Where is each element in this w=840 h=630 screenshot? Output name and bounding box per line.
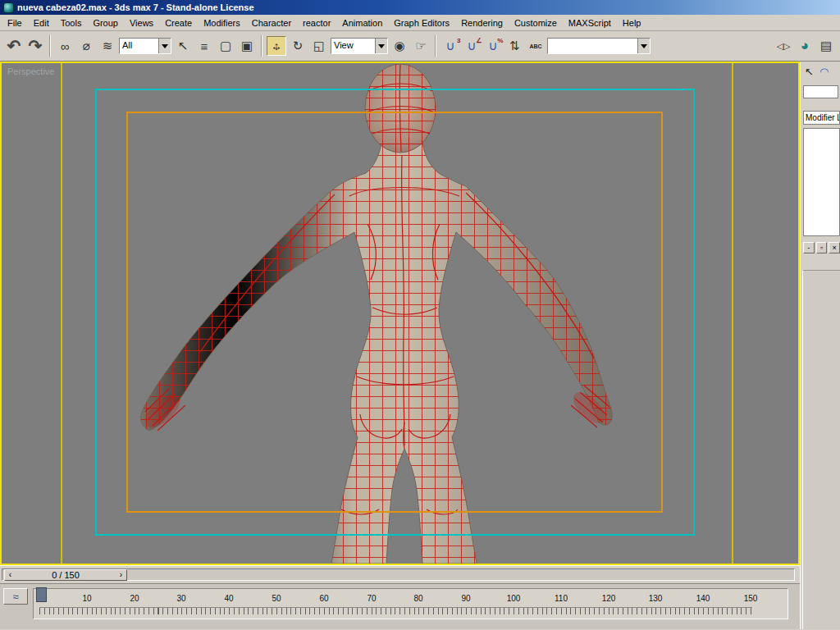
mirror-button[interactable]: ◁▷: [774, 36, 793, 56]
show-end-result-button[interactable]: ▫: [816, 242, 828, 253]
title-bar[interactable]: nueva cabeza02.max - 3ds max 7 - Stand-a…: [0, 0, 840, 15]
dropdown-arrow-icon[interactable]: [375, 39, 387, 53]
current-frame-marker[interactable]: [36, 587, 47, 602]
menu-maxscript[interactable]: MAXScript: [563, 16, 617, 30]
select-arrow-icon: ↖: [178, 39, 189, 53]
angle-snap-icon: ∪∠: [468, 39, 477, 53]
edit-named-selections-button[interactable]: ABC: [526, 36, 546, 56]
menu-graph-editors[interactable]: Graph Editors: [388, 16, 455, 30]
unlink-selection-button[interactable]: ⌀: [76, 36, 96, 56]
dropdown-arrow-icon[interactable]: [158, 39, 171, 53]
select-and-move-button[interactable]: ↔ ↕: [267, 36, 286, 56]
tick-label: 70: [367, 594, 376, 603]
menu-customize[interactable]: Customize: [509, 16, 563, 30]
viewport-label[interactable]: Perspective: [7, 66, 54, 76]
menu-views[interactable]: Views: [124, 16, 159, 30]
unlink-icon: ⌀: [82, 39, 89, 53]
snap-toggle-button[interactable]: ∪3: [441, 36, 460, 56]
select-and-manipulate-button[interactable]: ☞: [411, 36, 431, 56]
create-tab[interactable]: ↖: [805, 64, 814, 80]
spinner-snap-button[interactable]: ⇅: [504, 36, 524, 56]
coordinate-system-value: View: [331, 39, 375, 53]
material-editor-button[interactable]: ◕: [795, 36, 815, 56]
modifier-list-dropdown[interactable]: Modifier L: [803, 111, 840, 125]
tick-label: 150: [744, 594, 758, 603]
tick-label: 50: [272, 594, 281, 603]
create-tab-icon: ↖: [805, 66, 814, 78]
tick-label: 30: [176, 594, 185, 603]
spinner-snap-icon: ⇅: [509, 39, 520, 53]
menu-tools[interactable]: Tools: [55, 16, 88, 30]
perspective-viewport[interactable]: Perspective: [0, 62, 800, 565]
menu-file[interactable]: File: [2, 16, 28, 30]
remove-modifier-button[interactable]: ×: [829, 242, 840, 253]
named-selection-value: [548, 39, 637, 53]
pin-stack-button[interactable]: -: [803, 242, 815, 253]
menu-create[interactable]: Create: [159, 16, 198, 30]
tick-label: 80: [413, 594, 422, 603]
modifier-stack-list[interactable]: [803, 128, 840, 236]
menu-group[interactable]: Group: [87, 16, 124, 30]
menu-character[interactable]: Character: [246, 16, 297, 30]
window-crossing-button[interactable]: ▣: [237, 36, 257, 56]
time-slider-handle[interactable]: ‹ 0 / 150 ›: [4, 569, 127, 581]
percent-snap-button[interactable]: ∪%: [483, 36, 503, 56]
redo-button[interactable]: ↷: [25, 36, 45, 56]
select-by-name-button[interactable]: ≡: [194, 36, 214, 56]
tick-label: 120: [602, 594, 616, 603]
track-bar-ruler: [33, 588, 788, 619]
undo-button[interactable]: ↶: [4, 36, 24, 56]
menu-edit[interactable]: Edit: [28, 16, 55, 30]
object-name-field[interactable]: [803, 85, 838, 98]
menu-reactor[interactable]: reactor: [297, 16, 336, 30]
modify-tab[interactable]: ◠: [819, 64, 829, 80]
command-panel-tabs: ↖ ◠: [801, 62, 840, 80]
previous-frame-arrow[interactable]: ‹: [5, 570, 16, 580]
tick-label: 60: [319, 594, 328, 603]
undo-icon: ↶: [7, 36, 21, 56]
snap-3d-icon: ∪3: [446, 39, 455, 53]
mini-curve-editor-button[interactable]: ≈: [3, 588, 28, 605]
manipulate-icon: ☞: [415, 39, 426, 53]
dropdown-arrow-icon[interactable]: [637, 39, 650, 53]
main-toolbar: ↶ ↷ ∞ ⌀ ≋ All ↖ ≡ ▢ ▣ ↔ ↕ ↻ ◱ View ◉ ☞ ∪: [0, 31, 840, 62]
remove-modifier-icon: ×: [833, 244, 837, 252]
named-selection-sets-dropdown[interactable]: [547, 38, 651, 54]
next-frame-arrow[interactable]: ›: [116, 570, 126, 580]
menu-animation[interactable]: Animation: [336, 16, 388, 30]
space-warp-icon: ≋: [103, 39, 113, 53]
time-slider-track[interactable]: ‹ 0 / 150 ›: [2, 568, 795, 581]
scale-icon: ◱: [313, 39, 325, 53]
render-scene-icon: ▤: [820, 39, 832, 53]
app-icon[interactable]: [3, 2, 14, 13]
angle-snap-button[interactable]: ∪∠: [462, 36, 482, 56]
tick-label: 110: [555, 594, 568, 603]
select-and-link-button[interactable]: ∞: [55, 36, 75, 56]
pin-stack-icon: -: [807, 244, 810, 252]
render-scene-button[interactable]: ▤: [816, 36, 836, 56]
menu-rendering[interactable]: Rendering: [455, 16, 509, 30]
pivot-point-icon: ◉: [394, 39, 404, 53]
menu-modifiers[interactable]: Modifiers: [198, 16, 246, 30]
percent-snap-icon: ∪%: [489, 39, 498, 53]
menu-help[interactable]: Help: [617, 16, 647, 30]
redo-icon: ↷: [29, 36, 43, 56]
tick-label: 40: [224, 594, 233, 603]
rectangular-selection-button[interactable]: ▢: [216, 36, 235, 56]
toolbar-separator: [435, 35, 436, 57]
named-selections-icon: ABC: [529, 43, 541, 49]
bind-to-space-warp-button[interactable]: ≋: [98, 36, 117, 56]
safe-frame-title-safe: [126, 112, 663, 513]
use-pivot-point-button[interactable]: ◉: [390, 36, 409, 56]
frame-indicator: 0 / 150: [16, 570, 116, 580]
selection-filter-dropdown[interactable]: All: [119, 38, 171, 54]
select-object-button[interactable]: ↖: [173, 36, 193, 56]
rollout-area: [802, 270, 840, 629]
tick-label: 90: [461, 594, 470, 603]
move-icon: ↔ ↕: [268, 38, 285, 54]
curve-editor-icon: ≈: [12, 591, 18, 603]
reference-coordinate-dropdown[interactable]: View: [331, 38, 388, 54]
select-and-scale-button[interactable]: ◱: [309, 36, 329, 56]
select-and-link-icon: ∞: [61, 39, 70, 53]
select-and-rotate-button[interactable]: ↻: [288, 36, 308, 56]
